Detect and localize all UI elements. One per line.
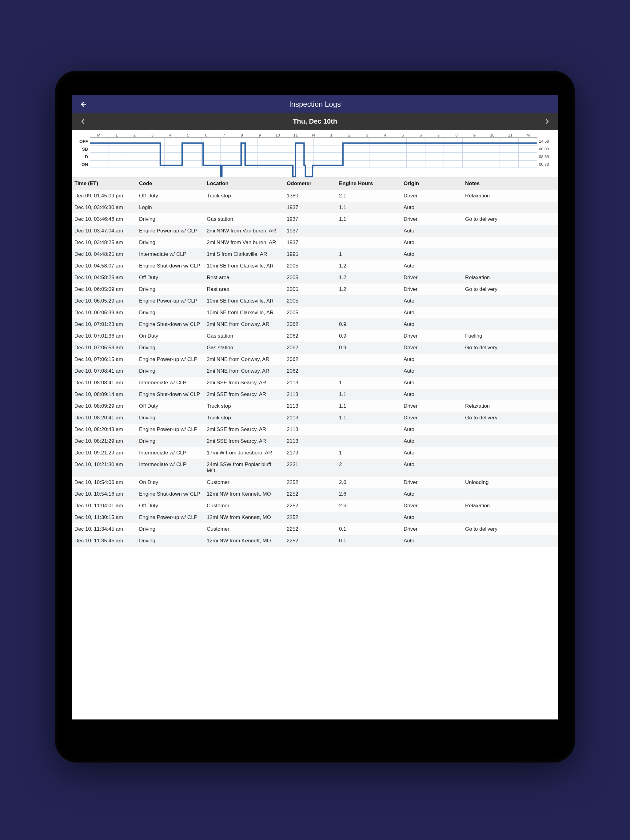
date-next-button[interactable] (543, 117, 551, 126)
cell-odometer: 2252 (284, 477, 337, 488)
cell-origin: Auto (401, 388, 463, 400)
table-row[interactable]: Dec 10, 08:09:14 amEngine Shut-down w/ C… (72, 388, 558, 400)
cell-code: Intermediate w/ CLP (136, 447, 204, 459)
table-row[interactable]: Dec 10, 08:08:41 amIntermediate w/ CLP2m… (72, 377, 558, 388)
table-row[interactable]: Dec 10, 08:20:43 amEngine Power-up w/ CL… (72, 424, 558, 435)
cell-odometer: 2062 (284, 342, 337, 354)
datebar: Thu, Dec 10th (72, 113, 558, 130)
cell-engine (337, 365, 401, 377)
cell-location: 10mi SE from Clarksville, AR (204, 307, 284, 319)
cell-location: Customer (204, 523, 284, 535)
cell-code: Intermediate w/ CLP (136, 459, 204, 477)
cell-notes (463, 459, 558, 477)
table-row[interactable]: Dec 10, 03:47:04 amEngine Power-up w/ CL… (72, 225, 558, 237)
table-row[interactable]: Dec 10, 03:46:30 amLogin19371.1Auto (72, 202, 558, 213)
table-row[interactable]: Dec 10, 03:48:25 amDriving2mi NNW from V… (72, 237, 558, 248)
page-title: Inspection Logs (289, 100, 341, 109)
cell-engine (337, 435, 401, 447)
cell-engine: 1 (337, 447, 401, 459)
table-row[interactable]: Dec 10, 06:05:39 amDriving10mi SE from C… (72, 307, 558, 319)
date-prev-button[interactable] (79, 117, 87, 126)
cell-location: 1mi S from Clarksville, AR (204, 248, 284, 260)
cell-odometer: 2062 (284, 330, 337, 342)
table-row[interactable]: Dec 10, 04:48:25 amIntermediate w/ CLP1m… (72, 248, 558, 260)
cell-notes: Relaxation (463, 400, 558, 412)
table-row[interactable]: Dec 10, 04:58:07 amEngine Shut-down w/ C… (72, 260, 558, 272)
cell-origin: Driver (401, 477, 463, 488)
cell-notes (463, 388, 558, 400)
cell-time: Dec 10, 03:47:04 am (72, 225, 136, 237)
cell-odometer: 2005 (284, 284, 337, 295)
cell-time: Dec 10, 11:30:15 am (72, 512, 136, 523)
cell-code: Off Duty (136, 400, 204, 412)
cell-time: Dec 10, 08:20:41 am (72, 412, 136, 424)
timeline-row-totals: 14.5800.0008.6900.73 (537, 137, 556, 168)
table-row[interactable]: Dec 10, 11:04:01 amOff DutyCustomer22522… (72, 500, 558, 512)
table-row[interactable]: Dec 10, 10:54:16 amEngine Shut-down w/ C… (72, 488, 558, 500)
cell-time: Dec 10, 08:21:29 am (72, 435, 136, 447)
cell-time: Dec 10, 08:09:29 am (72, 400, 136, 412)
log-table-wrap[interactable]: Time (ET) Code Location Odometer Engine … (72, 177, 558, 720)
table-row[interactable]: Dec 10, 07:06:15 amEngine Power-up w/ CL… (72, 354, 558, 365)
cell-notes: Go to delivery (463, 284, 558, 295)
table-row[interactable]: Dec 10, 09:21:29 amIntermediate w/ CLP17… (72, 447, 558, 459)
cell-code: Intermediate w/ CLP (136, 248, 204, 260)
cell-engine: 2.6 (337, 477, 401, 488)
table-row[interactable]: Dec 10, 07:01:36 amOn DutyGas station206… (72, 330, 558, 342)
cell-origin: Driver (401, 284, 463, 295)
cell-origin: Auto (401, 512, 463, 523)
back-button[interactable] (79, 100, 87, 109)
cell-notes (463, 202, 558, 213)
table-row[interactable]: Dec 09, 01:45:09 pmOff DutyTruck stop138… (72, 190, 558, 202)
table-row[interactable]: Dec 10, 10:54:06 amOn DutyCustomer22522.… (72, 477, 558, 488)
cell-location: 2mi NNE from Conway, AR (204, 365, 284, 377)
table-row[interactable]: Dec 10, 08:20:41 amDrivingTruck stop2113… (72, 412, 558, 424)
cell-odometer: 2062 (284, 319, 337, 330)
cell-location: 10mi SE from Clarksville, AR (204, 295, 284, 307)
table-row[interactable]: Dec 10, 03:46:46 amDrivingGas station193… (72, 213, 558, 225)
table-row[interactable]: Dec 10, 06:05:29 amEngine Power-up w/ CL… (72, 295, 558, 307)
table-row[interactable]: Dec 10, 10:21:30 amIntermediate w/ CLP24… (72, 459, 558, 477)
table-row[interactable]: Dec 10, 08:21:29 amDriving2mi SSE from S… (72, 435, 558, 447)
cell-code: Engine Power-up w/ CLP (136, 424, 204, 435)
cell-location: Customer (204, 500, 284, 512)
cell-engine: 1.1 (337, 388, 401, 400)
cell-time: Dec 10, 11:34:45 am (72, 523, 136, 535)
table-row[interactable]: Dec 10, 11:34:45 amDrivingCustomer22520.… (72, 523, 558, 535)
cell-engine: 2.1 (337, 190, 401, 202)
cell-time: Dec 10, 03:48:25 am (72, 237, 136, 248)
cell-odometer: 1937 (284, 225, 337, 237)
cell-engine: 1.2 (337, 260, 401, 272)
cell-odometer: 1937 (284, 213, 337, 225)
cell-time: Dec 10, 03:46:46 am (72, 213, 136, 225)
table-row[interactable]: Dec 10, 06:05:09 amDrivingRest area20051… (72, 284, 558, 295)
cell-odometer: 2005 (284, 272, 337, 284)
cell-time: Dec 10, 07:01:23 am (72, 319, 136, 330)
cell-time: Dec 10, 10:21:30 am (72, 459, 136, 477)
cell-code: Engine Shut-down w/ CLP (136, 488, 204, 500)
cell-notes (463, 248, 558, 260)
cell-notes (463, 488, 558, 500)
cell-notes: Relaxation (463, 190, 558, 202)
cell-time: Dec 10, 11:35:45 am (72, 535, 136, 547)
cell-code: Off Duty (136, 500, 204, 512)
cell-notes (463, 365, 558, 377)
cell-notes: Go to delivery (463, 412, 558, 424)
table-row[interactable]: Dec 10, 11:30:15 amEngine Power-up w/ CL… (72, 512, 558, 523)
cell-time: Dec 10, 04:48:25 am (72, 248, 136, 260)
cell-engine: 0.1 (337, 535, 401, 547)
table-row[interactable]: Dec 10, 07:05:58 amDrivingGas station206… (72, 342, 558, 354)
table-row[interactable]: Dec 10, 07:08:41 amDriving2mi NNE from C… (72, 365, 558, 377)
table-row[interactable]: Dec 10, 07:01:23 amEngine Shut-down w/ C… (72, 319, 558, 330)
cell-odometer: 2179 (284, 447, 337, 459)
cell-engine (337, 424, 401, 435)
cell-engine: 2 (337, 459, 401, 477)
timeline-hour-labels: M1234567891011N1234567891011M (90, 133, 537, 137)
timeline-grid (90, 137, 537, 168)
table-row[interactable]: Dec 10, 04:58:25 amOff DutyRest area2005… (72, 272, 558, 284)
table-row[interactable]: Dec 10, 08:09:29 amOff DutyTruck stop211… (72, 400, 558, 412)
cell-code: Driving (136, 213, 204, 225)
cell-time: Dec 10, 07:06:15 am (72, 354, 136, 365)
timeline-row-labels: OFFSBDON (74, 137, 90, 168)
table-row[interactable]: Dec 10, 11:35:45 amDriving12mi NW from K… (72, 535, 558, 547)
